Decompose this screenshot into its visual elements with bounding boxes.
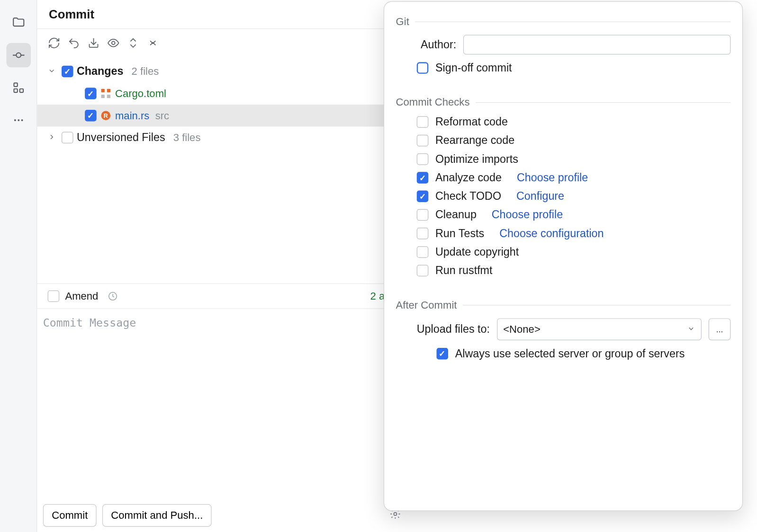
project-tool-button[interactable] [6,10,31,35]
commit-buttons: Commit Commit and Push... [37,501,407,532]
rustfmt-row[interactable]: Run rustfmt [396,264,731,277]
git-section-header: Git [396,16,731,28]
svg-point-4 [14,119,16,121]
chevron-right-icon[interactable] [48,132,58,144]
chevron-down-icon [687,323,695,336]
cleanup-row[interactable]: Cleanup Choose profile [396,208,731,221]
panel-title: Commit [49,7,94,21]
amend-label: Amend [65,290,98,302]
svg-point-6 [21,119,23,121]
author-label: Author: [396,38,457,51]
rollback-icon[interactable] [67,36,80,49]
optimize-checkbox[interactable] [417,153,429,165]
rust-file-icon: R [100,110,112,122]
svg-rect-1 [14,83,17,86]
file-path: src [155,109,169,122]
always-server-checkbox[interactable] [436,348,448,360]
refresh-icon[interactable] [48,36,61,49]
changes-node[interactable]: Changes 2 files [37,61,407,83]
rearrange-checkbox[interactable] [417,135,429,147]
signoff-row[interactable]: Sign-off commit [396,62,731,74]
commit-checks-header: Commit Checks [396,97,731,109]
runtests-row[interactable]: Run Tests Choose configuration [396,227,731,240]
expand-collapse-icon[interactable] [126,36,139,49]
svg-rect-2 [14,89,17,92]
signoff-checkbox[interactable] [417,62,429,74]
file-name: Cargo.toml [115,88,166,100]
upload-value: <None> [503,323,541,336]
ellipsis-icon [11,113,25,127]
svg-point-0 [16,53,21,58]
upload-more-button[interactable]: ... [709,318,731,340]
svg-point-5 [18,119,19,121]
panel-header: Commit [37,0,407,29]
upload-row: Upload files to: <None> ... [396,318,731,340]
commit-message-input[interactable] [37,309,407,501]
author-row: Author: [396,35,731,55]
runtests-config-link[interactable]: Choose configuration [499,227,604,240]
cleanup-profile-link[interactable]: Choose profile [492,208,563,221]
commit-tool-button[interactable] [6,43,31,68]
todo-row[interactable]: Check TODO Configure [396,190,731,203]
toml-file-icon [100,88,112,99]
rustfmt-checkbox[interactable] [417,265,429,277]
optimize-row[interactable]: Optimize imports [396,153,731,166]
folder-icon [11,16,25,29]
cleanup-checkbox[interactable] [417,209,429,221]
file-row-cargo[interactable]: Cargo.toml [37,82,407,105]
always-server-row[interactable]: Always use selected server or group of s… [396,347,731,360]
show-diff-icon[interactable] [107,36,120,49]
copyright-checkbox[interactable] [417,246,429,258]
changes-label: Changes [77,65,123,78]
file-name: main.rs [115,109,149,122]
file-checkbox[interactable] [85,110,97,122]
changes-count: 2 files [132,65,159,78]
changes-checkbox[interactable] [62,66,73,78]
commit-button[interactable]: Commit [43,504,97,527]
runtests-checkbox[interactable] [417,228,429,239]
svg-rect-3 [19,89,23,92]
commit-options-popup: Git Author: Sign-off commit Commit Check… [384,1,743,511]
left-tool-rail [0,0,37,532]
analyze-profile-link[interactable]: Choose profile [517,171,588,184]
upload-select[interactable]: <None> [497,318,702,340]
commit-and-push-button[interactable]: Commit and Push... [102,504,212,527]
after-commit-header: After Commit [396,299,731,311]
svg-rect-11 [107,95,110,98]
rearrange-row[interactable]: Rearrange code [396,134,731,147]
amend-row: Amend 2 add [37,284,407,309]
commit-icon [11,48,25,62]
reformat-checkbox[interactable] [417,116,429,128]
svg-text:R: R [104,113,108,119]
more-tool-button[interactable] [6,108,31,133]
upload-label: Upload files to: [417,323,490,336]
commit-panel: Commit Changes 2 files Cargo.toml R main… [37,0,407,532]
file-row-main[interactable]: R main.rs src [37,105,407,127]
analyze-row[interactable]: Analyze code Choose profile [396,171,731,184]
unversioned-count: 3 files [173,132,201,144]
todo-configure-link[interactable]: Configure [516,190,564,203]
amend-checkbox[interactable] [48,291,60,302]
copyright-row[interactable]: Update copyright [396,246,731,258]
author-input[interactable] [463,35,730,55]
analyze-checkbox[interactable] [417,172,429,184]
todo-checkbox[interactable] [417,190,429,202]
reformat-row[interactable]: Reformat code [396,115,731,128]
svg-rect-9 [107,89,110,92]
svg-point-15 [394,513,397,515]
svg-rect-8 [101,89,104,92]
history-icon[interactable] [108,291,118,301]
changelist-icon[interactable] [146,36,159,49]
commit-toolbar [37,29,407,57]
structure-tool-button[interactable] [6,76,31,100]
shelve-icon[interactable] [87,36,100,49]
structure-icon [11,81,25,95]
changes-tree: Changes 2 files Cargo.toml R main.rs src… [37,57,407,152]
svg-point-7 [112,41,115,44]
unversioned-node[interactable]: Unversioned Files 3 files [37,126,407,149]
file-checkbox[interactable] [85,88,97,99]
chevron-down-icon[interactable] [48,65,58,78]
unversioned-label: Unversioned Files [77,131,165,144]
svg-rect-10 [101,95,104,98]
unversioned-checkbox[interactable] [62,132,73,144]
